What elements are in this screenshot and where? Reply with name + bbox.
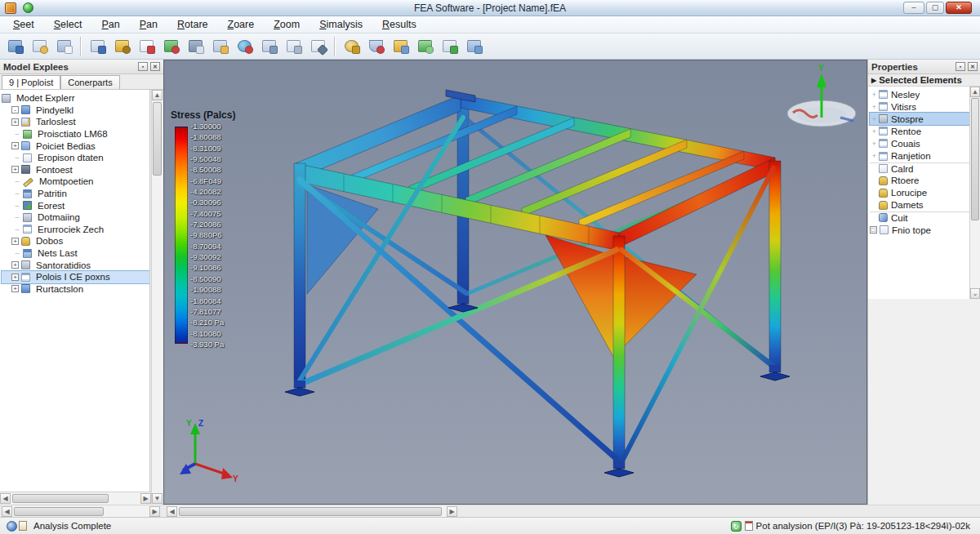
element-item[interactable]: +Couais bbox=[870, 137, 969, 149]
tree-root[interactable]: Modet Explerr bbox=[2, 92, 149, 105]
element-item[interactable]: Rtoere bbox=[870, 175, 969, 187]
minimize-button[interactable]: – bbox=[903, 2, 924, 14]
element-item[interactable]: Calrd bbox=[870, 162, 969, 175]
tree-item[interactable]: +Poiciet Bedias bbox=[2, 140, 149, 152]
expand-icon[interactable]: + bbox=[11, 285, 19, 292]
element-item[interactable]: Cuit bbox=[870, 211, 969, 224]
expand-icon[interactable]: + bbox=[11, 166, 19, 173]
copy-icon[interactable] bbox=[257, 36, 280, 57]
orientation-indicator[interactable]: Y bbox=[787, 64, 856, 127]
hscroll-thumb[interactable] bbox=[14, 507, 104, 516]
paste-icon[interactable] bbox=[282, 36, 305, 57]
element-item[interactable]: +Vitisrs bbox=[870, 100, 969, 113]
scroll-up-icon[interactable]: ▲ bbox=[152, 90, 163, 100]
pin-icon[interactable]: ▪ bbox=[956, 62, 965, 71]
scroll-down-icon[interactable]: ⌄ bbox=[970, 288, 980, 299]
viewport-3d[interactable]: Y Y Z Y Stress (Palcs) -1.30000 -1.80088… bbox=[163, 60, 867, 505]
hierarchy-icon[interactable] bbox=[389, 36, 412, 57]
tree-item[interactable]: +Dobos bbox=[2, 235, 149, 247]
tree-item[interactable]: ‒Eorest bbox=[2, 199, 149, 211]
tree-item[interactable]: ‒Erurrociek Zech bbox=[2, 224, 149, 236]
selected-elements-section[interactable]: ▶ Selected Elements bbox=[868, 74, 980, 87]
element-item[interactable]: +Ranjetion bbox=[870, 149, 969, 162]
tree-item[interactable]: ‒Nets Last bbox=[2, 247, 149, 260]
display-icon[interactable] bbox=[184, 36, 207, 57]
export-page-icon[interactable] bbox=[28, 36, 51, 57]
tree-item[interactable]: ‒Patritin bbox=[2, 188, 149, 200]
magnifier-icon[interactable] bbox=[340, 36, 363, 57]
scroll-down-icon[interactable]: ▼ bbox=[152, 493, 163, 504]
scroll-left-icon[interactable]: ◀ bbox=[0, 493, 11, 504]
maximize-button[interactable]: ▢ bbox=[926, 2, 944, 14]
expand-icon[interactable]: + bbox=[11, 118, 19, 126]
element-item-selected[interactable]: +Stospre bbox=[870, 113, 969, 125]
hscroll-thumb[interactable] bbox=[12, 494, 109, 503]
element-item[interactable]: +Rentoe bbox=[870, 125, 969, 137]
vscroll-thumb[interactable] bbox=[971, 98, 979, 220]
properties-vscrollbar[interactable]: ▲ ⌄ bbox=[969, 87, 980, 299]
tree-item[interactable]: ‒Proisctiato LM68 bbox=[2, 128, 149, 140]
expand-icon[interactable]: + bbox=[11, 142, 19, 149]
close-button[interactable]: ✕ bbox=[946, 2, 972, 14]
tree-item[interactable]: -Pindyelkl bbox=[2, 105, 149, 117]
tree-item[interactable]: +Tarloslest bbox=[2, 116, 149, 128]
menu-select[interactable]: Select bbox=[46, 17, 91, 32]
expand-icon[interactable]: + bbox=[11, 261, 19, 269]
tree-vscrollbar[interactable]: ▲ ▼ bbox=[151, 90, 163, 504]
tree-item[interactable]: ‒Eropison dtaten bbox=[2, 152, 149, 164]
globe-icon[interactable] bbox=[233, 36, 256, 57]
vscroll-thumb[interactable] bbox=[153, 102, 162, 176]
menu-zoare[interactable]: Zoare bbox=[220, 17, 263, 32]
panel-icon[interactable] bbox=[208, 36, 231, 57]
tree-hscrollbar[interactable]: ◀ ▶ bbox=[0, 492, 151, 504]
scroll-right-icon[interactable]: ▶ bbox=[149, 506, 160, 517]
element-item[interactable]: Damets bbox=[870, 199, 969, 211]
key-icon[interactable] bbox=[110, 36, 133, 57]
assign-tree-icon[interactable] bbox=[159, 36, 182, 57]
results-nodes-icon[interactable] bbox=[413, 36, 436, 57]
tab-poploist[interactable]: 9 | Poploist bbox=[2, 75, 60, 89]
scroll-right-icon[interactable]: ▶ bbox=[140, 493, 151, 504]
panel-hscrollbar[interactable]: ◀ ▶ bbox=[2, 505, 160, 518]
menu-results[interactable]: Results bbox=[374, 17, 425, 32]
tree-item-selected[interactable]: +Polois I CE poxns bbox=[2, 271, 149, 283]
menu-seet[interactable]: Seet bbox=[5, 17, 42, 32]
tree-item[interactable]: +Rurtactslon bbox=[2, 283, 149, 296]
mesh-grid-icon[interactable] bbox=[438, 36, 461, 57]
menu-simalysis[interactable]: Simalysis bbox=[311, 17, 371, 32]
new-window-icon[interactable] bbox=[3, 36, 26, 57]
element-item[interactable]: □Fnio tope bbox=[870, 224, 969, 236]
tab-conerparts[interactable]: Conerparts bbox=[60, 75, 119, 89]
collapse-icon[interactable]: - bbox=[11, 106, 19, 113]
close-panel-icon[interactable]: ✕ bbox=[968, 62, 978, 71]
pin-icon[interactable]: ▪ bbox=[138, 62, 148, 71]
expand-icon[interactable]: □ bbox=[870, 226, 877, 234]
verify-shield-icon[interactable] bbox=[364, 36, 387, 57]
model-doc-icon[interactable] bbox=[86, 36, 109, 57]
expand-icon[interactable]: + bbox=[11, 238, 19, 245]
hscroll-thumb[interactable] bbox=[179, 507, 442, 516]
expand-icon[interactable]: + bbox=[11, 274, 19, 281]
tree-item[interactable]: ‒Momtpoetien bbox=[2, 176, 149, 188]
menu-zoom[interactable]: Zoom bbox=[265, 17, 308, 32]
tree-item[interactable]: ‒Dotmaiing bbox=[2, 211, 149, 224]
report-page-icon[interactable] bbox=[135, 36, 158, 57]
measure-icon[interactable] bbox=[306, 36, 329, 57]
model-part-icon bbox=[21, 105, 30, 114]
close-panel-icon[interactable]: ✕ bbox=[150, 62, 160, 71]
scroll-left-icon[interactable]: ◀ bbox=[2, 506, 12, 517]
scroll-up-icon[interactable]: ▲ bbox=[970, 87, 980, 97]
viewport-hscrollbar[interactable]: ◀ ▶ bbox=[167, 505, 457, 518]
duplicate-icon[interactable] bbox=[462, 36, 485, 57]
menu-rotare[interactable]: Rotare bbox=[169, 17, 216, 32]
layout-grid-icon[interactable] bbox=[52, 36, 75, 57]
tree-item[interactable]: +Santoratidios bbox=[2, 259, 149, 271]
scroll-left-icon[interactable]: ◀ bbox=[167, 506, 177, 517]
tree-item[interactable]: +Fontoest bbox=[2, 164, 149, 176]
element-item[interactable]: +Nesley bbox=[870, 88, 969, 100]
menu-pan-2[interactable]: Pan bbox=[131, 17, 166, 32]
element-item[interactable]: Lorucipe bbox=[870, 187, 969, 199]
scroll-right-icon[interactable]: ▶ bbox=[447, 506, 457, 517]
menu-pan-1[interactable]: Pan bbox=[93, 17, 127, 32]
report-icon bbox=[745, 521, 753, 531]
